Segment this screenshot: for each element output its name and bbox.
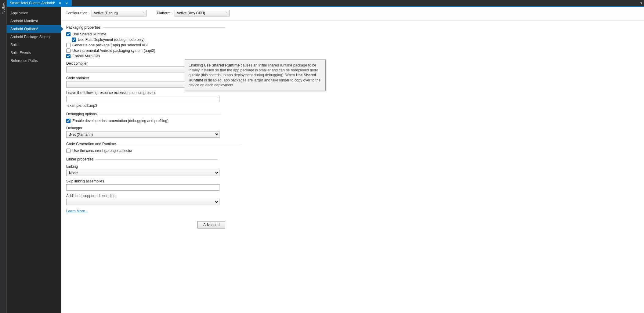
tab-bar-fill: ▼: [72, 0, 644, 6]
sidebar-item-build[interactable]: Build: [7, 41, 61, 49]
tooltip-text: Enabling: [189, 63, 204, 67]
debugger-select[interactable]: .Net (Xamarin): [66, 131, 219, 138]
advanced-button[interactable]: Advanced: [197, 221, 225, 228]
concurrent-gc-checkbox[interactable]: Use the concurrent garbage collector: [66, 149, 132, 153]
section-debugging-label: Debugging options: [66, 112, 97, 116]
form-body: Packaging properties Use Shared Runtime …: [61, 20, 644, 235]
platform-label: Platform:: [157, 11, 172, 15]
section-linker: Linker properties: [66, 157, 639, 161]
dex-compiler-label: Dex compiler: [66, 61, 639, 66]
use-shared-runtime-checkbox[interactable]: Use Shared Runtime: [66, 32, 106, 36]
toolbox-tab[interactable]: Toolbox: [2, 1, 5, 15]
code-shrinker-label: Code shrinker: [66, 76, 639, 80]
use-fast-deployment-checkbox[interactable]: Use Fast Deployment (debug mode only): [72, 38, 145, 42]
generate-one-package-label: Generate one package (.apk) per selected…: [72, 43, 148, 47]
tab-overflow-icon[interactable]: ▼: [640, 2, 643, 5]
debugger-label: Debugger: [66, 126, 639, 130]
section-linker-label: Linker properties: [66, 157, 93, 161]
section-packaging-label: Packaging properties: [66, 25, 101, 30]
resource-ext-hint: example: .dll;.mp3: [67, 103, 639, 108]
generate-one-package-checkbox[interactable]: Generate one package (.apk) per selected…: [66, 43, 148, 47]
pin-icon[interactable]: ⚲: [58, 1, 62, 5]
skip-linking-label: Skip linking assemblies: [66, 179, 639, 183]
sidebar-item-android-manifest[interactable]: Android Manifest: [7, 17, 61, 25]
sidebar-item-reference-paths[interactable]: Reference Paths: [7, 57, 61, 65]
learn-more-link[interactable]: Learn More...: [66, 209, 88, 213]
sidebar-item-android-options[interactable]: Android Options*: [7, 25, 61, 33]
configuration-select[interactable]: Active (Debug): [92, 10, 147, 16]
section-codegen-label: Code Generation and Runtime: [66, 142, 116, 146]
use-incremental-checkbox[interactable]: Use incremental Android packaging system…: [66, 49, 155, 53]
concurrent-gc-input[interactable]: [66, 149, 71, 153]
use-shared-runtime-input[interactable]: [66, 32, 71, 36]
document-tab[interactable]: SmartHotel.Clients.Android* ⚲ ✕: [7, 0, 72, 6]
section-codegen: Code Generation and Runtime: [66, 142, 639, 146]
use-fast-deployment-input[interactable]: [72, 38, 76, 42]
enable-instrumentation-label: Enable developer instrumentation (debugg…: [72, 119, 168, 123]
section-rule: [103, 27, 225, 28]
section-rule: [96, 159, 218, 160]
sidebar-item-android-package-signing[interactable]: Android Package Signing: [7, 33, 61, 41]
enable-multidex-label: Enable Multi-Dex: [72, 54, 100, 58]
configuration-bar: Configuration: Active (Debug) Platform: …: [61, 7, 644, 20]
encodings-label: Additional supported encodings: [66, 194, 639, 198]
settings-side-nav: Application Android Manifest Android Opt…: [7, 7, 61, 313]
main-area: SmartHotel.Clients.Android* ⚲ ✕ ▼ Applic…: [7, 0, 644, 313]
document-tab-title: SmartHotel.Clients.Android*: [10, 1, 55, 5]
section-rule: [99, 114, 221, 114]
document-tab-bar: SmartHotel.Clients.Android* ⚲ ✕ ▼: [7, 0, 644, 7]
use-incremental-label: Use incremental Android packaging system…: [72, 49, 155, 53]
close-icon[interactable]: ✕: [64, 1, 69, 5]
section-packaging: Packaging properties: [66, 25, 639, 30]
enable-instrumentation-checkbox[interactable]: Enable developer instrumentation (debugg…: [66, 119, 168, 123]
section-rule: [118, 144, 241, 144]
enable-multidex-input[interactable]: [66, 54, 71, 58]
tooltip-bold: Use Shared Runtime: [204, 63, 240, 67]
use-shared-runtime-label: Use Shared Runtime: [72, 32, 106, 36]
use-incremental-input[interactable]: [66, 49, 71, 53]
enable-multidex-checkbox[interactable]: Enable Multi-Dex: [66, 54, 100, 58]
skip-linking-input[interactable]: [66, 184, 219, 191]
use-fast-deployment-label: Use Fast Deployment (debug mode only): [78, 38, 145, 42]
configuration-label: Configuration:: [66, 11, 89, 15]
sidebar-item-application[interactable]: Application: [7, 9, 61, 17]
resource-ext-label: Leave the following resource extensions …: [66, 91, 639, 95]
toolbox-strip: Toolbox: [0, 0, 7, 313]
tooltip-shared-runtime: Enabling Use Shared Runtime causes an in…: [185, 59, 326, 91]
encodings-select[interactable]: [66, 199, 219, 205]
concurrent-gc-label: Use the concurrent garbage collector: [72, 149, 132, 153]
tooltip-text: is disabled, app packages are larger and…: [189, 78, 320, 87]
sidebar-item-build-events[interactable]: Build Events: [7, 49, 61, 57]
platform-select[interactable]: Active (Any CPU): [175, 10, 230, 16]
linking-select[interactable]: None: [66, 170, 219, 176]
linking-label: Linking: [66, 164, 639, 169]
generate-one-package-input[interactable]: [66, 43, 71, 47]
enable-instrumentation-input[interactable]: [66, 119, 71, 123]
property-panel: Configuration: Active (Debug) Platform: …: [61, 7, 644, 313]
resource-ext-input[interactable]: [66, 96, 219, 102]
section-debugging: Debugging options: [66, 112, 639, 116]
